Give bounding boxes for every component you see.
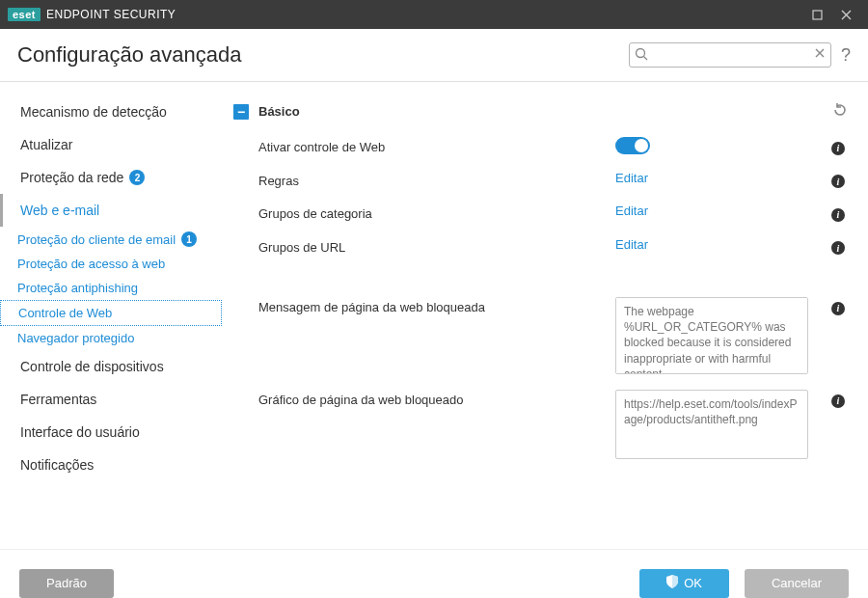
- shield-icon: [666, 575, 678, 591]
- nav-user-interface[interactable]: Interface do usuário: [0, 416, 222, 448]
- row-category-groups: Grupos de categoria Editar i: [230, 196, 853, 230]
- search-icon: [635, 47, 648, 64]
- revert-icon: [831, 101, 849, 119]
- row-blocked-page-message: Mensagem de página da web bloqueada i: [230, 289, 853, 382]
- edit-rules-link[interactable]: Editar: [615, 171, 648, 185]
- setting-label: Ativar controle de Web: [258, 137, 615, 154]
- setting-label: Gráfico de página da web bloqueado: [258, 390, 615, 407]
- default-button[interactable]: Padrão: [19, 569, 114, 598]
- brand-box: eset: [8, 8, 41, 21]
- info-icon[interactable]: i: [831, 302, 845, 315]
- ok-button[interactable]: OK: [639, 569, 729, 598]
- ok-label: OK: [684, 576, 702, 590]
- help-button[interactable]: ?: [841, 45, 851, 66]
- edit-category-groups-link[interactable]: Editar: [615, 204, 648, 218]
- svg-rect-0: [813, 11, 822, 19]
- info-icon[interactable]: i: [831, 208, 845, 222]
- setting-label: Mensagem de página da web bloqueada: [258, 297, 615, 314]
- nav-detection-engine[interactable]: Mecanismo de detecção: [0, 95, 222, 128]
- row-url-groups: Grupos de URL Editar i: [230, 230, 853, 263]
- header: Configuração avançada ?: [0, 29, 868, 82]
- nav-label: Proteção da rede: [20, 170, 123, 185]
- window-maximize-button[interactable]: [802, 0, 831, 29]
- edit-url-groups-link[interactable]: Editar: [615, 237, 648, 252]
- nav-label: Mecanismo de detecção: [20, 104, 167, 120]
- page-title: Configuração avançada: [17, 42, 241, 68]
- subnav-label: Controle de Web: [18, 306, 112, 320]
- body: Mecanismo de detecção Atualizar Proteção…: [0, 82, 868, 549]
- subnav-email-client-protection[interactable]: Proteção do cliente de email 1: [0, 227, 222, 252]
- info-icon[interactable]: i: [831, 241, 845, 255]
- blocked-message-textarea[interactable]: [615, 297, 808, 374]
- search-input[interactable]: [629, 42, 831, 68]
- nav-network-protection[interactable]: Proteção da rede 2: [0, 161, 222, 194]
- search-clear-button[interactable]: [814, 47, 826, 62]
- info-icon[interactable]: i: [831, 175, 845, 188]
- nav-tools[interactable]: Ferramentas: [0, 383, 222, 416]
- nav-label: Web e e-mail: [20, 203, 99, 218]
- blocked-graphic-textarea[interactable]: [615, 390, 808, 459]
- section-header-basic: − Básico: [230, 94, 853, 129]
- search-field[interactable]: [629, 42, 831, 68]
- nav-notifications[interactable]: Notificações: [0, 448, 222, 481]
- maximize-icon: [812, 10, 823, 20]
- subnav-label: Proteção antiphishing: [17, 281, 138, 295]
- row-blocked-page-graphic: Gráfico de página da web bloqueado i: [230, 382, 853, 467]
- toggle-enable-web-control[interactable]: [615, 137, 650, 154]
- setting-label: Grupos de categoria: [258, 204, 615, 221]
- subnav-web-access-protection[interactable]: Proteção de acesso à web: [0, 252, 222, 276]
- nav-label: Atualizar: [20, 137, 72, 152]
- setting-label: Grupos de URL: [258, 237, 615, 255]
- section-title: Básico: [258, 104, 822, 119]
- clear-icon: [814, 47, 826, 59]
- svg-point-1: [636, 49, 644, 58]
- nav-subgroup-web-email: Proteção do cliente de email 1 Proteção …: [0, 227, 222, 350]
- nav-web-and-email[interactable]: Web e e-mail: [0, 194, 222, 227]
- collapse-toggle[interactable]: −: [233, 104, 249, 120]
- info-icon[interactable]: i: [831, 394, 845, 408]
- footer: Padrão OK Cancelar: [0, 549, 868, 598]
- subnav-label: Proteção de acesso à web: [17, 257, 165, 271]
- close-icon: [841, 10, 852, 20]
- subnav-antiphishing[interactable]: Proteção antiphishing: [0, 276, 222, 300]
- nav-update[interactable]: Atualizar: [0, 128, 222, 161]
- notification-badge: 1: [181, 231, 197, 247]
- nav-label: Controle de dispositivos: [20, 359, 164, 374]
- notification-badge: 2: [129, 170, 145, 185]
- content-panel: − Básico Ativar controle de Web i Regras…: [222, 82, 868, 549]
- subnav-web-control[interactable]: Controle de Web: [0, 300, 222, 326]
- sidebar: Mecanismo de detecção Atualizar Proteção…: [0, 82, 222, 549]
- info-icon[interactable]: i: [831, 142, 845, 155]
- brand: eset ENDPOINT SECURITY: [8, 8, 176, 21]
- titlebar: eset ENDPOINT SECURITY: [0, 0, 868, 29]
- row-rules: Regras Editar i: [230, 163, 853, 197]
- nav-label: Ferramentas: [20, 392, 96, 407]
- nav-device-control[interactable]: Controle de dispositivos: [0, 350, 222, 383]
- cancel-button[interactable]: Cancelar: [745, 569, 849, 598]
- nav-label: Interface do usuário: [20, 424, 140, 440]
- row-enable-web-control: Ativar controle de Web i: [230, 129, 853, 163]
- setting-label: Regras: [258, 171, 615, 188]
- window-close-button[interactable]: [831, 0, 860, 29]
- subnav-label: Navegador protegido: [17, 331, 134, 345]
- product-name: ENDPOINT SECURITY: [46, 8, 176, 21]
- nav-label: Notificações: [20, 457, 94, 473]
- revert-button[interactable]: [831, 101, 849, 122]
- subnav-protected-browser[interactable]: Navegador protegido: [0, 326, 222, 350]
- subnav-label: Proteção do cliente de email: [17, 232, 176, 247]
